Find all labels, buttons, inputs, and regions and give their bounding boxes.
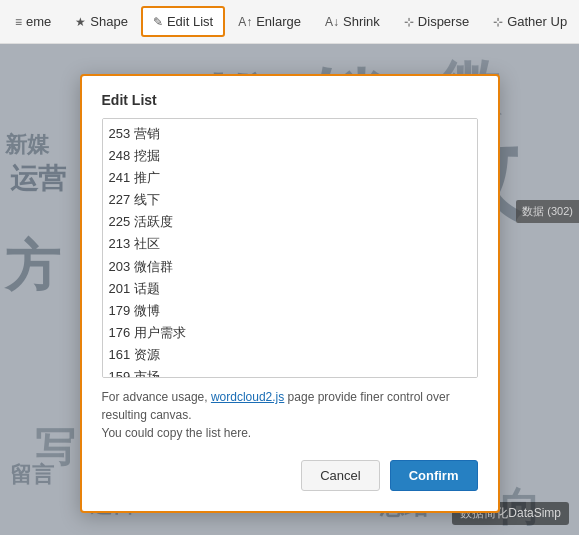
enlarge-icon: A↑ [238,15,252,29]
list-item: 201 话题 [109,278,471,300]
toolbar-btn-shrink[interactable]: A↓Shrink [314,7,391,36]
edit-list-label: Edit List [167,14,213,29]
info-text: For advance usage, wordcloud2.js page pr… [102,388,478,442]
shrink-label: Shrink [343,14,380,29]
shape-label: Shape [90,14,128,29]
gather-up-label: Gather Up [507,14,567,29]
list-item: 159 市场 [109,366,471,378]
shape-icon: ★ [75,15,86,29]
cancel-button[interactable]: Cancel [301,460,379,491]
disperse-icon: ⊹ [404,15,414,29]
theme-label: eme [26,14,51,29]
toolbar-btn-shape[interactable]: ★Shape [64,7,139,36]
list-item: 213 社区 [109,233,471,255]
list-item: 241 推广 [109,167,471,189]
shrink-icon: A↓ [325,15,339,29]
list-textarea[interactable]: 253 营销248 挖掘241 推广227 线下225 活跃度213 社区203… [102,118,478,378]
edit-list-icon: ✎ [153,15,163,29]
list-item: 227 线下 [109,189,471,211]
toolbar-btn-enlarge[interactable]: A↑Enlarge [227,7,312,36]
info-link[interactable]: wordcloud2.js [211,390,284,404]
list-item: 176 用户需求 [109,322,471,344]
modal-actions: Cancel Confirm [102,460,478,491]
modal-overlay: Edit List 253 营销248 挖掘241 推广227 线下225 活跃… [0,44,579,535]
disperse-label: Disperse [418,14,469,29]
toolbar-btn-theme[interactable]: ≡eme [4,7,62,36]
list-item: 225 活跃度 [109,211,471,233]
toolbar-btn-disperse[interactable]: ⊹Disperse [393,7,480,36]
list-item: 161 资源 [109,344,471,366]
list-item: 253 营销 [109,123,471,145]
toolbar-btn-edit-list[interactable]: ✎Edit List [141,6,225,37]
modal-title: Edit List [102,92,478,108]
info-text-before: For advance usage, [102,390,211,404]
enlarge-label: Enlarge [256,14,301,29]
modal-dialog: Edit List 253 营销248 挖掘241 推广227 线下225 活跃… [80,74,500,513]
list-item: 203 微信群 [109,256,471,278]
toolbar-btn-gather-up[interactable]: ⊹Gather Up [482,7,578,36]
toolbar: ≡eme★Shape✎Edit ListA↑EnlargeA↓Shrink⊹Di… [0,0,579,44]
confirm-button[interactable]: Confirm [390,460,478,491]
gather-up-icon: ⊹ [493,15,503,29]
list-item: 248 挖掘 [109,145,471,167]
theme-icon: ≡ [15,15,22,29]
list-item: 179 微博 [109,300,471,322]
